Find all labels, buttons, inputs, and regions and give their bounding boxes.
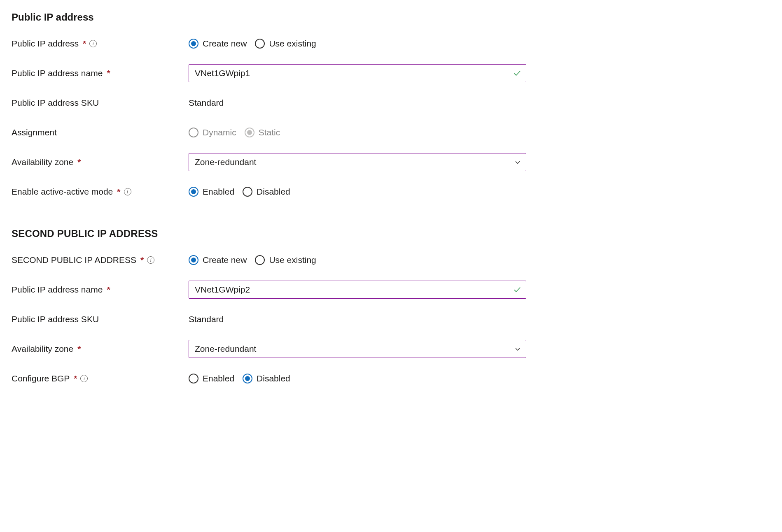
label-second-public-ip-sku: Public IP address SKU [12, 314, 99, 324]
required-asterisk: * [117, 187, 120, 197]
value-public-ip-sku: Standard [189, 98, 224, 108]
value-second-public-ip-sku: Standard [189, 314, 224, 324]
radio-second-public-ip-use-existing[interactable]: Use existing [255, 255, 316, 265]
label-public-ip-address: Public IP address [12, 39, 79, 49]
info-icon[interactable]: i [124, 188, 131, 195]
radio-public-ip-create-new[interactable]: Create new [189, 39, 247, 49]
info-icon[interactable]: i [89, 40, 97, 47]
required-asterisk: * [74, 374, 77, 383]
label-availability-zone: Availability zone [12, 157, 73, 167]
radio-public-ip-use-existing[interactable]: Use existing [255, 39, 316, 49]
required-asterisk: * [140, 255, 144, 265]
label-second-public-ip-name: Public IP address name [12, 285, 103, 295]
select-second-availability-zone[interactable]: Zone-redundant [189, 340, 526, 358]
radio-assignment-static: Static [245, 128, 280, 137]
select-availability-zone[interactable]: Zone-redundant [189, 153, 526, 171]
required-asterisk: * [77, 344, 81, 354]
radio-assignment-dynamic: Dynamic [189, 128, 236, 137]
label-configure-bgp: Configure BGP [12, 374, 70, 383]
info-icon[interactable]: i [80, 375, 88, 382]
label-second-public-ip-address: SECOND PUBLIC IP ADDRESS [12, 255, 136, 265]
label-second-availability-zone: Availability zone [12, 344, 73, 354]
required-asterisk: * [107, 68, 110, 78]
section-title-public-ip: Public IP address [12, 12, 770, 23]
label-public-ip-sku: Public IP address SKU [12, 98, 99, 108]
info-icon[interactable]: i [147, 256, 154, 264]
radio-bgp-enabled[interactable]: Enabled [189, 374, 234, 383]
required-asterisk: * [77, 157, 81, 167]
select-availability-zone-value: Zone-redundant [195, 157, 256, 167]
input-public-ip-name[interactable] [189, 64, 526, 82]
label-active-active-mode: Enable active-active mode [12, 187, 113, 197]
radio-bgp-disabled[interactable]: Disabled [243, 374, 290, 383]
radio-active-active-enabled[interactable]: Enabled [189, 187, 234, 197]
required-asterisk: * [83, 39, 86, 49]
required-asterisk: * [107, 285, 110, 295]
input-second-public-ip-name[interactable] [189, 281, 526, 299]
radio-active-active-disabled[interactable]: Disabled [243, 187, 290, 197]
section-title-second-public-ip: SECOND PUBLIC IP ADDRESS [12, 228, 770, 239]
validation-check-icon [513, 286, 521, 294]
label-assignment: Assignment [12, 128, 57, 137]
radio-second-public-ip-create-new[interactable]: Create new [189, 255, 247, 265]
chevron-down-icon [514, 158, 521, 166]
label-public-ip-name: Public IP address name [12, 68, 103, 78]
select-second-availability-zone-value: Zone-redundant [195, 344, 256, 354]
chevron-down-icon [514, 345, 521, 353]
validation-check-icon [513, 69, 521, 77]
